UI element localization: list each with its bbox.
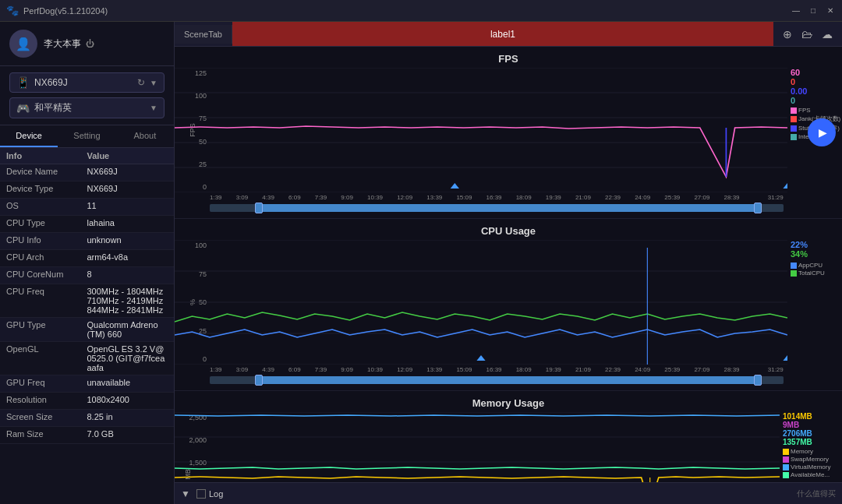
cpu-scroll-bar[interactable] — [210, 376, 784, 384]
folder-icon[interactable]: 🗁 — [801, 28, 812, 41]
tab-bar: Device Setting About — [0, 125, 174, 148]
info-col1-header: Info — [6, 151, 87, 160]
cpu-scroll-handle-left[interactable] — [255, 375, 263, 386]
info-key: OpenGL — [6, 344, 87, 354]
info-row: CPU Infounknown — [0, 233, 174, 250]
down-icon[interactable]: ▼ — [181, 488, 190, 499]
svg-marker-8 — [783, 183, 787, 189]
user-info: 李大本事 ⏻ — [44, 37, 94, 51]
info-row: Ram Size7.0 GB — [0, 427, 174, 444]
cpu-chart-section: CPU Usage 100 75 50 25 0 % — [175, 219, 842, 391]
top-bar: SceneTab label1 ⊕ 🗁 ☁ — [175, 22, 842, 47]
info-val: NX669J — [87, 167, 168, 176]
cpu-chart-canvas — [175, 240, 787, 365]
fps-legend-fps: FPS — [798, 107, 811, 114]
cpu-chart-title: CPU Usage — [175, 225, 842, 237]
location-icon[interactable]: ⊕ — [783, 28, 792, 41]
cpu-x-axis: 1:393:094:396:097:399:0910:3912:0913:391… — [175, 365, 842, 375]
power-icon[interactable]: ⏻ — [86, 39, 94, 48]
info-key: Ram Size — [6, 429, 87, 439]
info-col2-header: Value — [87, 151, 168, 160]
stutter-value: 0.00 — [791, 86, 842, 96]
memory-svg — [175, 412, 780, 482]
info-row: GPU TypeQualcomm Adreno (TM) 660 — [0, 318, 174, 342]
info-val: unknown — [87, 235, 168, 245]
main-content: SceneTab label1 ⊕ 🗁 ☁ FPS 125 100 75 50 — [175, 22, 842, 504]
fps-scroll-handle-left[interactable] — [255, 203, 263, 213]
info-row: CPU CoreNum8 — [0, 267, 174, 284]
user-section: 👤 李大本事 ⏻ — [0, 22, 174, 66]
info-key: Resolution — [6, 395, 87, 404]
fps-scroll-handle-right[interactable] — [754, 203, 762, 213]
info-key: Device Type — [6, 184, 87, 193]
device-label: NX669J — [34, 77, 133, 88]
device-info-panel: Info Value Device NameNX669JDevice TypeN… — [0, 148, 174, 504]
memory-chart-section: Memory Usage 2,500 2,000 1,500 1,000 500… — [175, 391, 842, 482]
info-val: lahaina — [87, 218, 168, 227]
info-key: CPU Freq — [6, 287, 87, 296]
info-row: Device TypeNX669J — [0, 182, 174, 199]
info-row: CPU Archarm64-v8a — [0, 250, 174, 267]
cpu-legend-app: AppCPU — [798, 262, 823, 269]
cpu-legend-total: TotalCPU — [798, 270, 825, 277]
info-key: CPU Arch — [6, 252, 87, 262]
mem-legend-virtual: VirtualMemory — [791, 463, 830, 471]
info-row: Screen Size8.25 in — [0, 410, 174, 427]
info-val: 300MHz - 1804MHz 710MHz - 2419MHz 844MHz… — [87, 287, 168, 315]
info-key: GPU Type — [6, 320, 87, 330]
fps-chart-title: FPS — [175, 53, 842, 65]
info-row: CPU Typelahaina — [0, 216, 174, 233]
log-toggle[interactable]: Log — [196, 489, 223, 499]
fps-scroll-bar[interactable] — [210, 204, 784, 212]
info-val: 11 — [87, 201, 168, 210]
scene-tab[interactable]: SceneTab — [175, 25, 232, 44]
svg-marker-7 — [451, 183, 459, 189]
app-title: PerfDog(v5.1.210204) — [23, 6, 108, 16]
info-key: CPU CoreNum — [6, 270, 87, 279]
log-checkbox[interactable] — [196, 489, 206, 499]
virtual-value: 2706MB — [783, 429, 842, 438]
available-value: 1357MB — [783, 438, 842, 446]
svg-marker-16 — [783, 355, 787, 361]
maximize-button[interactable]: □ — [808, 5, 819, 16]
fps-chart-section: FPS 125 100 75 50 25 0 FPS — [175, 47, 842, 219]
cpu-legend: 22% 34% AppCPU TotalCPU — [787, 240, 842, 277]
mem-legend-swap: SwapMemory — [791, 456, 829, 463]
info-val: OpenGL ES 3.2 V@0525.0 (GIT@f7fceaaafa — [87, 344, 168, 372]
log-label: Log — [209, 489, 223, 499]
device-dropdown[interactable]: 📱 NX669J ↻ ▼ — [9, 72, 165, 93]
fps-svg — [175, 68, 787, 192]
app-dropdown[interactable]: 🎮 和平精英 ▼ — [9, 97, 165, 118]
title-bar: 🐾 PerfDog(v5.1.210204) — □ ✕ — [0, 0, 842, 22]
fps-chart-canvas — [175, 68, 787, 192]
tab-about[interactable]: About — [116, 125, 174, 147]
charts-area: FPS 125 100 75 50 25 0 FPS — [175, 47, 842, 482]
label-tab[interactable]: label1 — [232, 22, 773, 46]
memory-value: 1014MB — [783, 412, 842, 421]
avatar-icon: 👤 — [16, 37, 31, 51]
swap-value: 9MB — [783, 421, 842, 429]
play-button[interactable] — [808, 118, 836, 146]
tab-device[interactable]: Device — [0, 125, 58, 147]
jank-value: 0 — [791, 77, 842, 86]
mem-legend-available: AvailableMe... — [791, 471, 830, 478]
app-label: 和平精英 — [34, 101, 145, 115]
cloud-icon[interactable]: ☁ — [822, 28, 833, 41]
watermark: 什么值得买 — [797, 488, 836, 499]
cpu-svg — [175, 240, 787, 365]
info-row: Device NameNX669J — [0, 164, 174, 182]
close-button[interactable]: ✕ — [825, 5, 836, 16]
refresh-icon[interactable]: ↻ — [137, 77, 145, 88]
info-row: OpenGLOpenGL ES 3.2 V@0525.0 (GIT@f7fcea… — [0, 342, 174, 375]
minimize-button[interactable]: — — [791, 5, 801, 16]
info-val: 7.0 GB — [87, 429, 168, 439]
memory-chart-canvas — [175, 412, 780, 482]
cpu-scroll-handle-right[interactable] — [754, 375, 762, 386]
info-val: 1080x2400 — [87, 395, 168, 404]
interframe-value: 0 — [791, 96, 842, 105]
app-cpu-value: 22% — [791, 240, 842, 249]
info-val: unavailable — [87, 378, 168, 387]
info-row: OS11 — [0, 199, 174, 216]
title-bar-left: 🐾 PerfDog(v5.1.210204) — [6, 5, 108, 16]
tab-setting[interactable]: Setting — [58, 125, 115, 147]
